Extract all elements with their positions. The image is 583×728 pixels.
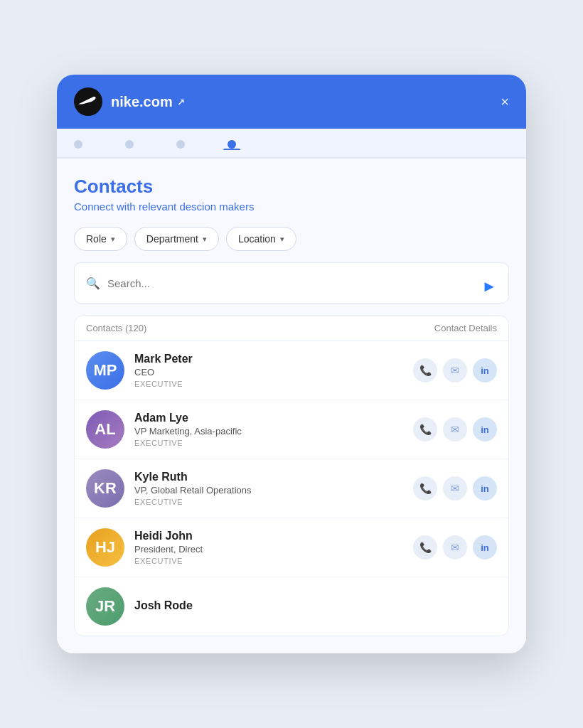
linkedin-button[interactable]: in (473, 358, 497, 382)
role-chevron-icon: ▾ (111, 235, 115, 244)
email-button[interactable]: ✉ (443, 535, 467, 560)
linkedin-button[interactable]: in (473, 535, 497, 560)
header-title: nike.com ↗ (111, 94, 185, 110)
phone-button[interactable]: 📞 (413, 417, 437, 441)
avatar: JR (86, 587, 124, 626)
tabs-bar (57, 129, 526, 159)
tab-4[interactable] (228, 140, 236, 149)
contact-name: Mark Peter (134, 353, 403, 365)
location-filter[interactable]: Location ▾ (226, 227, 296, 251)
email-button[interactable]: ✉ (443, 358, 467, 382)
contact-role: CEO (134, 367, 403, 378)
phone-icon: 📞 (419, 365, 432, 376)
content-area: Contacts Connect with relevant descion m… (57, 159, 526, 653)
contact-details-label: Contact Details (434, 323, 497, 333)
contact-info: Mark Peter CEO EXECUTIVE (134, 353, 403, 388)
tab-3[interactable] (176, 140, 185, 149)
department-chevron-icon: ▾ (203, 235, 207, 244)
contact-info: Adam Lye VP Marketing, Asia-pacific EXEC… (134, 412, 403, 447)
avatar: HJ (86, 528, 124, 567)
avatar: AL (86, 410, 124, 449)
phone-icon: 📞 (419, 542, 432, 553)
header: nike.com ↗ × (57, 75, 526, 129)
contact-role: President, Direct (134, 544, 403, 555)
contacts-count-label: Contacts (120) (86, 323, 434, 333)
email-button[interactable]: ✉ (443, 417, 467, 441)
phone-button[interactable]: 📞 (413, 476, 437, 500)
department-filter-label: Department (146, 233, 198, 245)
contact-info: Heidi John President, Direct EXECUTIVE (134, 530, 403, 565)
table-row: HJ Heidi John President, Direct EXECUTIV… (75, 518, 508, 577)
search-icon: 🔍 (86, 277, 100, 290)
email-icon: ✉ (451, 542, 459, 553)
table-row: MP Mark Peter CEO EXECUTIVE 📞 ✉ in (75, 341, 508, 400)
email-icon: ✉ (451, 483, 459, 494)
phone-button[interactable]: 📞 (413, 535, 437, 560)
phone-icon: 📞 (419, 424, 432, 435)
linkedin-button[interactable]: in (473, 476, 497, 500)
contact-name: Kyle Ruth (134, 471, 403, 483)
email-icon: ✉ (451, 365, 459, 376)
contact-level: EXECUTIVE (134, 498, 403, 506)
contact-actions: 📞 ✉ in (413, 417, 497, 441)
contact-level: EXECUTIVE (134, 380, 403, 388)
contact-level: EXECUTIVE (134, 557, 403, 565)
cursor-icon: ► (481, 277, 497, 296)
location-chevron-icon: ▾ (280, 235, 284, 244)
email-icon: ✉ (451, 424, 459, 435)
contact-actions: 📞 ✉ in (413, 358, 497, 382)
filters-row: Role ▾ Department ▾ Location ▾ (74, 227, 509, 251)
tab-1[interactable] (74, 140, 82, 149)
contact-actions: 📞 ✉ in (413, 535, 497, 560)
phone-button[interactable]: 📞 (413, 358, 437, 382)
contact-level: EXECUTIVE (134, 439, 403, 447)
table-row: AL Adam Lye VP Marketing, Asia-pacific E… (75, 400, 508, 459)
role-filter-label: Role (86, 233, 107, 245)
contact-info: Kyle Ruth VP, Global Retail Operations E… (134, 471, 403, 506)
email-button[interactable]: ✉ (443, 476, 467, 500)
external-link-icon: ↗ (177, 97, 185, 107)
linkedin-button[interactable]: in (473, 417, 497, 441)
contact-name: Josh Rode (134, 599, 487, 612)
page-title: Contacts (74, 176, 509, 198)
contact-role: VP, Global Retail Operations (134, 485, 403, 496)
contact-name: Adam Lye (134, 412, 403, 424)
avatar: MP (86, 351, 124, 390)
nike-logo (74, 87, 102, 116)
contact-info: Josh Rode (134, 599, 487, 614)
table-row: JR Josh Rode (75, 577, 508, 636)
contact-role: VP Marketing, Asia-pacific (134, 426, 403, 437)
contacts-panel: Contacts (120) Contact Details MP Mark P… (74, 315, 509, 636)
phone-icon: 📞 (419, 483, 432, 494)
contact-actions: 📞 ✉ in (413, 476, 497, 500)
close-button[interactable]: × (501, 95, 509, 109)
page-subtitle: Connect with relevant descion makers (74, 200, 509, 213)
tab-2[interactable] (125, 140, 134, 149)
main-card: nike.com ↗ × Contacts Connect with relev… (57, 75, 526, 653)
header-left: nike.com ↗ (74, 87, 185, 116)
avatar: KR (86, 469, 124, 508)
panel-header: Contacts (120) Contact Details (75, 316, 508, 341)
table-row: KR Kyle Ruth VP, Global Retail Operation… (75, 459, 508, 518)
site-name: nike.com (111, 94, 173, 110)
role-filter[interactable]: Role ▾ (74, 227, 127, 251)
search-input[interactable] (107, 277, 481, 289)
department-filter[interactable]: Department ▾ (134, 227, 219, 251)
contact-name: Heidi John (134, 530, 403, 542)
location-filter-label: Location (238, 233, 276, 245)
search-box: 🔍 ► (74, 262, 509, 304)
